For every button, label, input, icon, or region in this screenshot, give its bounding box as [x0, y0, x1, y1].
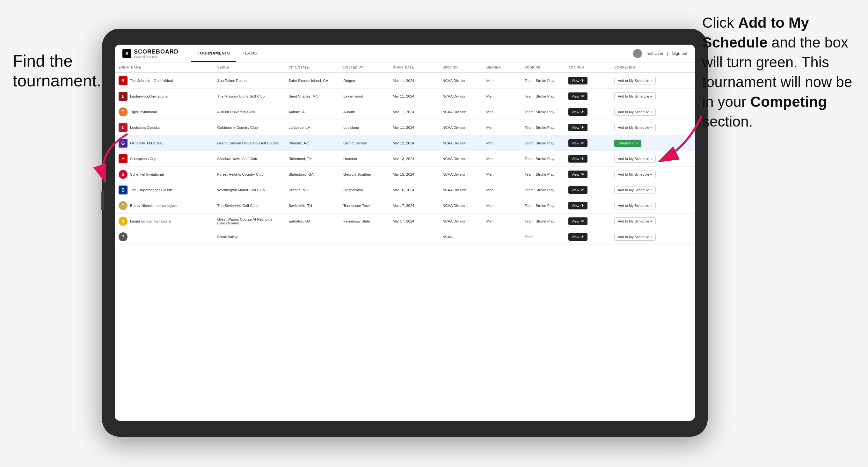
- add-to-schedule-button[interactable]: Add to My Schedule +: [614, 124, 656, 131]
- scoring-cell: Team, Stroke Play: [521, 151, 565, 167]
- competing-button[interactable]: Competing ✓: [614, 139, 641, 147]
- table-row: B The Carpetbagger Classic Worthington M…: [115, 182, 695, 198]
- view-button[interactable]: View 👁: [568, 170, 588, 178]
- gender-cell: Men: [483, 151, 521, 167]
- event-name: The Johnnie - O Individual: [130, 79, 173, 83]
- view-button[interactable]: View 👁: [568, 139, 588, 147]
- view-button[interactable]: View 👁: [568, 92, 588, 100]
- team-logo: H: [119, 154, 127, 163]
- competing-cell: Add to My Schedule +: [611, 73, 695, 89]
- add-to-schedule-button[interactable]: Add to My Schedule +: [614, 77, 656, 85]
- hosted-by-cell: Lindenwood: [340, 89, 389, 104]
- col-header-venue: VENUE: [214, 62, 285, 73]
- view-button[interactable]: View 👁: [568, 155, 588, 162]
- add-to-schedule-button[interactable]: Add to My Schedule +: [614, 186, 656, 194]
- venue-cell: Shadow Hawk Golf Club: [214, 151, 285, 167]
- competing-cell: Add to My Schedule +: [611, 214, 695, 229]
- view-button[interactable]: View 👁: [568, 233, 588, 241]
- tournaments-table: EVENT NAME VENUE CITY, STATE HOSTED BY S…: [115, 62, 695, 245]
- tablet-side-button: [101, 191, 103, 210]
- event-name: Bobby Nichols Intercollegiate: [130, 204, 177, 208]
- actions-cell: View 👁: [564, 229, 611, 245]
- venue-cell: Worthington Manor Golf Club: [214, 182, 285, 198]
- competing-cell: Add to My Schedule +: [611, 89, 695, 104]
- col-header-actions: ACTIONS: [564, 62, 611, 73]
- team-logo: S: [119, 170, 127, 179]
- table-row: G GCU INVITATIONAL Grand Canyon Universi…: [115, 135, 695, 151]
- actions-cell: View 👁: [564, 167, 611, 182]
- scoring-cell: Team, Stroke Play: [521, 167, 565, 182]
- start-date-cell: Mar 17, 2024: [389, 214, 439, 229]
- table-row: T Bobby Nichols Intercollegiate The Sevi…: [115, 198, 695, 214]
- event-name-cell: S Schenkel Invitational: [115, 167, 214, 182]
- col-header-hosted: HOSTED BY: [340, 62, 389, 73]
- scoring-cell: Team, Stroke Play: [521, 104, 565, 120]
- hosted-by-cell: Louisiana: [340, 120, 389, 135]
- logo-icon: S: [122, 49, 131, 58]
- event-name-cell: L Louisiana Classics: [115, 120, 214, 135]
- city-cell: Sevierville, TN: [285, 198, 340, 214]
- event-name: Louisiana Classics: [130, 126, 160, 129]
- actions-cell: View 👁: [564, 151, 611, 167]
- add-to-schedule-button[interactable]: Add to My Schedule +: [614, 92, 656, 100]
- table-row: R The Johnnie - O Individual Sea Palms R…: [115, 73, 695, 89]
- event-name-cell: R The Johnnie - O Individual: [115, 73, 214, 89]
- hosted-by-cell: Auburn: [340, 104, 389, 120]
- col-header-competing: COMPETING: [611, 62, 695, 73]
- view-button[interactable]: View 👁: [568, 202, 588, 210]
- hosted-by-cell: Tennessee Tech: [340, 198, 389, 214]
- add-to-schedule-button[interactable]: Add to My Schedule +: [614, 202, 656, 210]
- competing-cell: Add to My Schedule +: [611, 104, 695, 120]
- user-name: Test User: [646, 51, 663, 56]
- actions-cell: View 👁: [564, 89, 611, 104]
- view-button[interactable]: View 👁: [568, 186, 588, 194]
- add-to-schedule-button[interactable]: Add to My Schedule +: [614, 233, 656, 241]
- logo-text: SCOREBOARD: [134, 49, 179, 55]
- tab-tournaments[interactable]: TOURNAMENTS: [191, 44, 236, 62]
- tab-teams[interactable]: TEAMS: [236, 44, 263, 62]
- start-date-cell: Mar 11, 2024: [389, 89, 439, 104]
- add-to-schedule-button[interactable]: Add to My Schedule +: [614, 170, 656, 178]
- hosted-by-cell: Georgia Southern: [340, 167, 389, 182]
- view-button[interactable]: View 👁: [568, 217, 588, 225]
- team-logo: T: [119, 201, 127, 210]
- add-to-schedule-button[interactable]: Add to My Schedule +: [614, 155, 656, 162]
- logo-sub: Powered by clippd: [134, 55, 179, 58]
- view-button[interactable]: View 👁: [568, 124, 588, 131]
- tablet-screen: S SCOREBOARD Powered by clippd TOURNAMEN…: [115, 44, 695, 421]
- sign-out-link[interactable]: Sign out: [672, 51, 687, 56]
- event-name: GCU INVITATIONAL: [130, 141, 164, 145]
- start-date-cell: Mar 13, 2024: [389, 151, 439, 167]
- city-cell: Eatonton, GA: [285, 214, 340, 229]
- city-cell: Auburn, AL: [285, 104, 340, 120]
- event-name: Champions Cup: [130, 157, 156, 161]
- city-cell: Statesboro, GA: [285, 167, 340, 182]
- view-button[interactable]: View 👁: [568, 108, 588, 116]
- event-name-cell: T Tiger Invitational: [115, 104, 214, 120]
- table-row: ? Brook Valley NCAA Team, View 👁 Add to …: [115, 229, 695, 245]
- city-cell: Saint Charles, MO: [285, 89, 340, 104]
- col-header-scoring: SCORING: [521, 62, 565, 73]
- event-name: The Carpetbagger Classic: [130, 188, 173, 192]
- view-button[interactable]: View 👁: [568, 77, 588, 85]
- actions-cell: View 👁: [564, 135, 611, 151]
- add-to-schedule-button[interactable]: Add to My Schedule +: [614, 217, 656, 225]
- competing-cell: Add to My Schedule +: [611, 198, 695, 214]
- add-to-schedule-button[interactable]: Add to My Schedule +: [614, 108, 656, 116]
- table-row: T Tiger Invitational Auburn University C…: [115, 104, 695, 120]
- hosted-by-cell: Rutgers: [340, 73, 389, 89]
- actions-cell: View 👁: [564, 120, 611, 135]
- city-cell: Urbana, MD: [285, 182, 340, 198]
- gender-cell: Men: [483, 214, 521, 229]
- venue-cell: Grand Canyon University Golf Course: [214, 135, 285, 151]
- gender-cell: Men: [483, 135, 521, 151]
- col-header-event: EVENT NAME: [115, 62, 214, 73]
- hosted-by-cell: Grand Canyon: [340, 135, 389, 151]
- team-logo: L: [119, 92, 127, 101]
- team-logo: K: [119, 217, 127, 226]
- user-avatar: [633, 49, 642, 58]
- event-name-cell: B The Carpetbagger Classic: [115, 182, 214, 198]
- start-date-cell: Mar 11, 2024: [389, 120, 439, 135]
- event-name-cell: K Linger Longer Invitational: [115, 214, 214, 229]
- competing-cell: Add to My Schedule +: [611, 151, 695, 167]
